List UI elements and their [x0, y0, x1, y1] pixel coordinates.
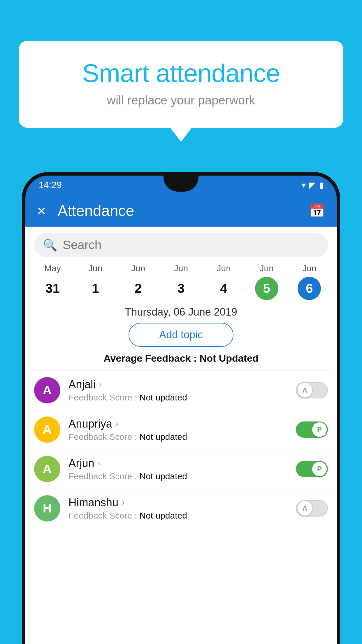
toggle-container[interactable]: A: [296, 382, 328, 398]
avatar: A: [34, 456, 60, 482]
wifi-icon: ▾: [302, 180, 306, 190]
avg-feedback-value: Not Updated: [200, 353, 259, 364]
search-icon: 🔍: [43, 238, 57, 252]
list-item[interactable]: AAnupriya ›Feedback Score : Not updatedP: [25, 410, 337, 449]
student-info: Anjali ›Feedback Score : Not updated: [68, 378, 296, 402]
close-button[interactable]: ×: [37, 202, 46, 219]
app-bar-title: Attendance: [57, 202, 309, 219]
student-name: Anjali ›: [68, 378, 296, 391]
app-bar: × Attendance 📅: [25, 195, 337, 227]
student-info: Himanshu ›Feedback Score : Not updated: [68, 496, 296, 521]
day-month: Jun: [217, 263, 231, 273]
day-col[interactable]: Jun3: [169, 263, 193, 300]
day-col[interactable]: Jun5: [255, 263, 278, 300]
list-item[interactable]: AAnjali ›Feedback Score : Not updatedA: [25, 371, 337, 410]
student-name: Himanshu ›: [68, 496, 296, 509]
avatar: H: [34, 495, 60, 522]
toggle-thumb: P: [312, 462, 327, 476]
attendance-toggle[interactable]: P: [296, 421, 328, 438]
attendance-toggle[interactable]: P: [296, 461, 328, 477]
list-item[interactable]: AArjun ›Feedback Score : Not updatedP: [25, 449, 337, 489]
feedback-value: Not updated: [139, 511, 187, 520]
status-icons: ▾ ◤ ▮: [302, 180, 324, 190]
feedback-value: Not updated: [139, 471, 187, 481]
student-feedback: Feedback Score : Not updated: [68, 432, 296, 442]
student-name: Anupriya ›: [68, 418, 296, 430]
day-number[interactable]: 4: [212, 277, 236, 300]
day-number[interactable]: 1: [84, 277, 107, 300]
day-col[interactable]: May31: [41, 263, 64, 300]
day-number[interactable]: 3: [169, 277, 193, 300]
student-feedback: Feedback Score : Not updated: [68, 393, 296, 402]
day-number[interactable]: 5: [255, 277, 278, 300]
list-item[interactable]: HHimanshu ›Feedback Score : Not updatedA: [25, 489, 337, 528]
day-col[interactable]: Jun2: [126, 263, 150, 300]
toggle-container[interactable]: P: [296, 421, 328, 438]
toggle-thumb: A: [298, 501, 312, 516]
toggle-thumb: A: [298, 383, 312, 398]
day-col[interactable]: Jun1: [84, 263, 107, 300]
day-col[interactable]: Jun6: [298, 263, 321, 300]
speech-bubble-subtitle: will replace your paperwork: [42, 93, 320, 107]
calendar-strip: May31Jun1Jun2Jun3Jun4Jun5Jun6: [25, 263, 337, 300]
avatar: A: [34, 377, 60, 403]
day-month: Jun: [302, 263, 316, 273]
student-feedback: Feedback Score : Not updated: [68, 471, 296, 481]
status-time: 14:29: [38, 180, 62, 190]
battery-icon: ▮: [319, 180, 324, 190]
day-number[interactable]: 2: [126, 277, 150, 300]
student-feedback: Feedback Score : Not updated: [68, 511, 296, 521]
student-info: Anupriya ›Feedback Score : Not updated: [68, 418, 296, 442]
attendance-toggle[interactable]: A: [296, 500, 328, 517]
avatar: A: [34, 416, 60, 443]
date-display: Thursday, 06 June 2019: [25, 306, 337, 318]
day-month: May: [44, 263, 61, 273]
chevron-icon: ›: [98, 459, 101, 468]
student-info: Arjun ›Feedback Score : Not updated: [68, 457, 296, 481]
day-month: Jun: [88, 263, 102, 273]
day-number[interactable]: 6: [298, 277, 321, 300]
attendance-toggle[interactable]: A: [296, 382, 328, 398]
avg-feedback: Average Feedback : Not Updated: [25, 353, 337, 364]
phone-frame: 14:29 ▾ ◤ ▮ × Attendance 📅 🔍 May31Jun1Ju…: [22, 172, 340, 644]
day-month: Jun: [131, 263, 145, 273]
toggle-container[interactable]: P: [296, 461, 328, 477]
speech-bubble-title: Smart attendance: [42, 58, 320, 88]
speech-bubble-container: Smart attendance will replace your paper…: [19, 41, 343, 128]
chevron-icon: ›: [99, 380, 102, 389]
speech-bubble: Smart attendance will replace your paper…: [19, 41, 343, 128]
feedback-value: Not updated: [139, 393, 187, 402]
student-name: Arjun ›: [68, 457, 296, 470]
day-number[interactable]: 31: [41, 277, 64, 300]
day-month: Jun: [174, 263, 188, 273]
signal-icon: ◤: [309, 180, 316, 190]
chevron-icon: ›: [116, 419, 118, 428]
chevron-icon: ›: [122, 498, 124, 507]
search-bar[interactable]: 🔍: [34, 233, 328, 257]
toggle-container[interactable]: A: [296, 500, 328, 517]
student-list: AAnjali ›Feedback Score : Not updatedAAA…: [25, 371, 337, 528]
day-month: Jun: [259, 263, 273, 273]
calendar-icon[interactable]: 📅: [309, 203, 325, 218]
feedback-value: Not updated: [139, 432, 187, 442]
screen-content: 🔍 May31Jun1Jun2Jun3Jun4Jun5Jun6 Thursday…: [25, 227, 337, 644]
avg-feedback-label: Average Feedback :: [103, 353, 197, 364]
toggle-thumb: P: [312, 422, 327, 437]
search-input[interactable]: [63, 238, 319, 252]
day-col[interactable]: Jun4: [212, 263, 236, 300]
add-topic-button[interactable]: Add topic: [129, 323, 233, 347]
phone-inner: 14:29 ▾ ◤ ▮ × Attendance 📅 🔍 May31Jun1Ju…: [25, 176, 337, 644]
